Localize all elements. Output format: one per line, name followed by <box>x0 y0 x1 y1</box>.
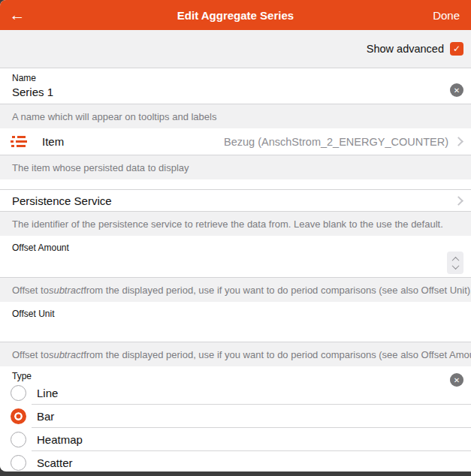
item-helper-text: The item whose persisted data to display <box>0 155 471 179</box>
back-button[interactable]: ← <box>0 0 35 30</box>
persistence-helper-text: The identifier of the persistence servic… <box>0 212 471 236</box>
type-option-label: Heatmap <box>37 433 83 446</box>
chevron-right-icon <box>454 196 463 206</box>
offset-amount-label: Offset Amount <box>12 243 459 253</box>
name-field-label: Name <box>12 73 459 83</box>
type-option-label: Scatter <box>37 456 73 469</box>
show-advanced-row: Show advanced ✓ <box>0 30 471 68</box>
type-field: Type ✕ LineBarHeatmapScatter <box>0 366 471 470</box>
persistence-service-row[interactable]: Persistence Service <box>0 189 471 212</box>
close-icon: ✕ <box>454 86 460 95</box>
item-list-icon <box>11 136 27 147</box>
stepper-down-icon[interactable] <box>451 262 459 270</box>
offset-unit-label: Offset Unit <box>12 309 459 319</box>
radio-icon <box>11 432 26 447</box>
edit-aggregate-series-dialog: ← Edit Aggregate Series Done Show advanc… <box>0 0 471 471</box>
type-option-label: Bar <box>37 410 54 423</box>
persistence-field-label: Persistence Service <box>12 194 112 207</box>
offset-unit-field[interactable]: Offset Unit <box>0 302 471 342</box>
back-arrow-icon: ← <box>10 6 26 24</box>
clear-name-button[interactable]: ✕ <box>450 83 463 97</box>
item-picker-row[interactable]: Item Bezug (AnschStrom_2_ENERGY_COUNTER) <box>0 128 471 155</box>
item-field-value: Bezug (AnschStrom_2_ENERGY_COUNTER) <box>224 136 448 148</box>
name-helper-text: A name which will appear on tooltips and… <box>0 104 471 128</box>
type-option-bar[interactable]: Bar <box>0 405 471 428</box>
page-title: Edit Aggregate Series <box>0 9 471 22</box>
show-advanced-checkbox[interactable]: ✓ <box>450 42 463 56</box>
offset-amount-helper-text: Offset to subtract from the displayed pe… <box>0 278 471 302</box>
type-option-label: Line <box>37 387 58 399</box>
number-stepper[interactable] <box>447 252 463 274</box>
spacer <box>0 179 471 189</box>
offset-unit-helper-text: Offset to subtract from the displayed pe… <box>0 342 471 366</box>
item-field-label: Item <box>42 135 64 148</box>
radio-icon <box>11 408 26 424</box>
type-option-line[interactable]: Line <box>0 381 471 405</box>
type-radio-list: LineBarHeatmapScatter <box>0 381 471 471</box>
offset-amount-field[interactable]: Offset Amount <box>0 236 471 278</box>
name-field[interactable]: Name Series 1 ✕ <box>0 68 471 104</box>
check-icon: ✓ <box>453 44 460 54</box>
navbar: ← Edit Aggregate Series Done <box>0 0 471 30</box>
done-button[interactable]: Done <box>421 0 471 30</box>
type-option-heatmap[interactable]: Heatmap <box>0 428 471 451</box>
chevron-right-icon <box>454 137 463 146</box>
name-field-value[interactable]: Series 1 <box>12 86 459 98</box>
radio-icon <box>11 385 26 401</box>
type-option-scatter[interactable]: Scatter <box>0 451 471 471</box>
type-field-label: Type <box>0 371 471 381</box>
show-advanced-label: Show advanced <box>367 43 444 55</box>
radio-icon <box>11 455 26 471</box>
